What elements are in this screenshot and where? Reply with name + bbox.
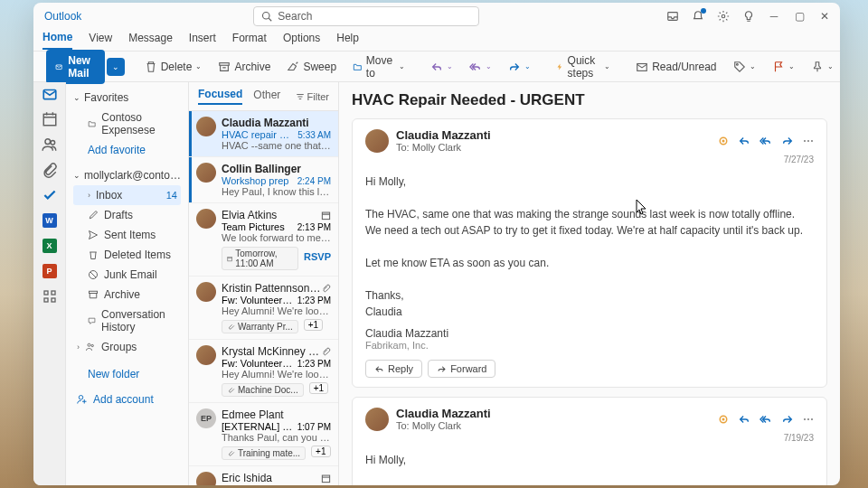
tag-button[interactable]: ⌄ <box>728 58 761 76</box>
new-mail-button[interactable]: New Mail <box>46 50 105 84</box>
message-item[interactable]: Elvia AtkinsTeam Pictures2:13 PMWe look … <box>189 203 338 277</box>
message-item[interactable]: Collin BallingerWorkshop prep2:24 PMHey … <box>189 157 338 203</box>
read-unread-button[interactable]: Read/Unread <box>630 58 722 76</box>
sweep-button[interactable]: Sweep <box>281 58 342 76</box>
attachment-chip[interactable]: Machine Doc... <box>222 383 304 397</box>
tab-options[interactable]: Options <box>283 32 320 49</box>
rail-mail-icon[interactable] <box>42 86 58 102</box>
forward-button[interactable]: Forward <box>428 360 495 378</box>
reply-all-icon[interactable] <box>760 413 772 426</box>
quick-steps-button[interactable]: Quick steps⌄ <box>551 52 616 82</box>
message-subject: Fw: Volunteers Needed <box>222 358 294 369</box>
filter-button[interactable]: Filter <box>296 91 329 102</box>
attachment-chip[interactable]: Tomorrow, 11:00 AM <box>222 247 298 270</box>
svg-point-28 <box>51 141 55 145</box>
archive-button[interactable]: Archive <box>212 58 276 76</box>
maximize-button[interactable]: ▢ <box>793 10 806 23</box>
folder-archive[interactable]: Archive <box>73 285 181 305</box>
reply-icon <box>430 61 443 73</box>
close-button[interactable]: ✕ <box>818 10 831 23</box>
message-preview: We look forward to meeting our fall... <box>222 232 331 243</box>
tab-format[interactable]: Format <box>232 32 267 49</box>
attachment-chip[interactable]: Warranty Pr... <box>222 320 298 333</box>
folder-inbox[interactable]: ›Inbox14 <box>73 185 181 205</box>
rail-word-icon[interactable]: W <box>42 212 58 229</box>
forward-icon[interactable] <box>781 413 794 426</box>
reply-icon[interactable] <box>738 135 750 147</box>
tag-icon <box>733 61 746 73</box>
tab-home[interactable]: Home <box>42 31 72 50</box>
focused-tab[interactable]: Focused <box>198 88 242 105</box>
svg-rect-9 <box>220 62 230 65</box>
message-preview: Hey Paul, I know this last minute, bu... <box>222 186 331 197</box>
add-account-link[interactable]: Add account <box>73 389 181 409</box>
other-tab[interactable]: Other <box>253 89 280 104</box>
message-time: 1:07 PM <box>297 422 331 432</box>
message-sender: Kristin Pattennson (2) <box>222 282 321 295</box>
reading-pane: HVAC Repair Needed - URGENT Claudia Mazz… <box>339 82 840 485</box>
replyall-ribbon[interactable]: ⌄ <box>464 58 497 76</box>
new-folder-link[interactable]: New folder <box>73 364 181 384</box>
reply-button[interactable]: Reply <box>365 360 422 378</box>
folder-pane: ⌄Favorites Contoso Expensese Add favorit… <box>66 82 189 485</box>
folder-drafts[interactable]: Drafts <box>73 205 181 225</box>
more-icon[interactable]: ⋯ <box>803 135 814 147</box>
tab-insert[interactable]: Insert <box>189 32 216 49</box>
account-header[interactable]: ⌄mollyclark@contoso.com <box>73 165 181 185</box>
message-body: Hi Molly, The HVAC, same one that was ma… <box>365 174 814 320</box>
message-item[interactable]: Kristin Pattennson (2)Fw: Volunteers Nee… <box>189 277 338 340</box>
lightbulb-icon[interactable] <box>742 10 755 23</box>
message-subject: Fw: Volunteers Needed <box>222 295 294 305</box>
tab-view[interactable]: View <box>89 32 112 49</box>
svg-rect-29 <box>44 291 48 295</box>
minimize-button[interactable]: ─ <box>768 10 780 23</box>
folder-deleted[interactable]: Deleted Items <box>73 245 181 265</box>
more-icon[interactable]: ⋯ <box>803 413 814 426</box>
folder-icon <box>353 61 363 73</box>
reply-icon[interactable] <box>738 413 750 426</box>
search-input[interactable]: Search <box>253 6 479 26</box>
attachment-chip[interactable]: Training mate... <box>222 446 306 460</box>
tab-message[interactable]: Message <box>128 32 173 49</box>
svg-point-36 <box>88 343 90 346</box>
favorites-header[interactable]: ⌄Favorites <box>73 88 181 108</box>
flag-button[interactable]: ⌄ <box>767 58 800 76</box>
svg-line-1 <box>269 18 272 21</box>
move-to-button[interactable]: Move to⌄ <box>347 52 410 82</box>
rail-excel-icon[interactable]: X <box>42 238 58 254</box>
message-item[interactable]: Krystal McKinney (2)Fw: Volunteers Neede… <box>189 340 338 403</box>
reply-ribbon[interactable]: ⌄ <box>425 58 458 76</box>
notification-bell-icon[interactable] <box>692 10 704 23</box>
rail-people-icon[interactable] <box>42 136 58 153</box>
forward-ribbon[interactable]: ⌄ <box>503 58 536 76</box>
rail-todo-icon[interactable] <box>42 187 58 203</box>
folder-groups[interactable]: ›Groups <box>73 337 181 357</box>
svg-rect-44 <box>228 257 232 260</box>
pin-button[interactable]: ⌄ <box>806 58 839 76</box>
gear-icon[interactable] <box>717 10 730 23</box>
new-mail-dropdown[interactable]: ⌄ <box>107 58 125 76</box>
message-item[interactable]: EPEdmee Plant[EXTERNAL] Quota per...1:07… <box>189 403 338 466</box>
folder-junk[interactable]: Junk Email <box>73 265 181 285</box>
message-item[interactable]: Claudia MazzantiHVAC repair needed - U(1… <box>189 111 338 157</box>
folder-contoso[interactable]: Contoso Expensese <box>73 108 181 140</box>
pin-icon <box>811 61 824 73</box>
rail-apps-icon[interactable] <box>42 288 58 305</box>
inbox-tray-icon[interactable] <box>666 10 679 23</box>
rail-attach-icon[interactable] <box>42 162 58 178</box>
folder-conv[interactable]: Conversation History <box>73 305 181 337</box>
tab-help[interactable]: Help <box>336 32 359 49</box>
rail-ppt-icon[interactable]: P <box>42 263 58 279</box>
forward-icon[interactable] <box>781 135 794 147</box>
message-item[interactable]: Eric IshidaTraining session2:13 PMWe loo… <box>189 466 338 485</box>
folder-sent[interactable]: Sent Items <box>73 225 181 245</box>
svg-rect-32 <box>52 298 55 302</box>
attachment-icon <box>321 284 331 294</box>
add-favorite-link[interactable]: Add favorite <box>73 140 181 160</box>
message-time: 2:24 PM <box>297 176 331 186</box>
delete-button[interactable]: Delete⌄ <box>139 58 208 76</box>
message-list: Focused Other Filter Claudia MazzantiHVA… <box>189 82 339 485</box>
rail-calendar-icon[interactable] <box>42 111 58 127</box>
svg-point-38 <box>79 396 83 400</box>
reply-all-icon[interactable] <box>760 135 772 147</box>
